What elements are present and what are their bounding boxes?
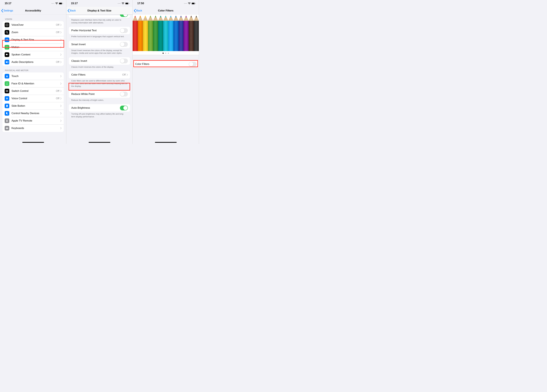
svg-rect-21 [6, 127, 8, 129]
status-bar: 15:17 •••• [66, 0, 132, 7]
audio-descriptions-icon [5, 60, 9, 64]
row-label: Spoken Content [12, 53, 60, 56]
pencil [189, 15, 194, 51]
content-scroll[interactable]: VISION VoiceOver Off Zoom Off AA Display… [0, 14, 66, 144]
row-voiceover[interactable]: VoiceOver Off [2, 21, 64, 29]
back-button[interactable]: Settings [0, 9, 13, 12]
back-button[interactable]: Back [66, 9, 76, 12]
row-control-nearby[interactable]: Control Nearby Devices [2, 110, 64, 117]
row-audio-descriptions[interactable]: Audio Descriptions Off [2, 58, 64, 66]
pencil-preview-carousel[interactable] [133, 15, 199, 51]
row-classic-invert[interactable]: Classic Invert [69, 57, 130, 65]
chevron-left-icon [134, 9, 136, 12]
toggle-auto-brightness[interactable] [120, 106, 128, 110]
page-dot-2[interactable] [165, 53, 166, 54]
row-zoom[interactable]: Zoom Off [2, 29, 64, 36]
row-color-filters[interactable]: Color Filters Off [69, 71, 130, 79]
svg-rect-1 [59, 3, 62, 4]
svg-rect-26 [6, 128, 7, 129]
svg-rect-17 [8, 105, 8, 106]
row-keyboards[interactable]: Keyboards [2, 125, 64, 132]
row-value: Off [56, 23, 59, 27]
toggle-classic-invert[interactable] [120, 59, 128, 63]
page-indicator[interactable] [133, 51, 199, 55]
motion-icon [5, 45, 9, 50]
page-title: Display & Text Size [66, 9, 132, 12]
face-id-icon [5, 81, 9, 86]
section-header-vision: VISION [0, 14, 66, 21]
toggle-smart-invert[interactable] [120, 42, 128, 47]
chevron-right-icon [60, 112, 62, 114]
toggle-color-filters[interactable] [189, 62, 197, 66]
pencil [133, 15, 138, 51]
footer-color-filters: Color filters can be used to differentia… [66, 79, 132, 88]
content-scroll[interactable]: Color Filters [133, 14, 199, 144]
clipped-row-differentiate[interactable] [69, 15, 130, 18]
toggle-reduce-white[interactable] [120, 92, 128, 96]
home-indicator[interactable] [89, 142, 110, 143]
row-spoken-content[interactable]: Spoken Content [2, 51, 64, 58]
row-label: Voice Control [12, 97, 56, 100]
row-smart-invert[interactable]: Smart Invert [69, 41, 130, 48]
page-dot-3[interactable] [168, 53, 169, 54]
row-display-text-size[interactable]: AA Display & Text Size [2, 36, 64, 44]
footer-classic-invert: Classic Invert reverses the colors of th… [66, 65, 132, 68]
row-reduce-white-point[interactable]: Reduce White Point [69, 90, 130, 98]
pencil [158, 15, 163, 51]
row-prefer-horizontal-text[interactable]: Prefer Horizontal Text [69, 27, 130, 34]
row-apple-tv-remote[interactable]: Apple TV Remote [2, 117, 64, 125]
status-time: 15:17 [71, 2, 78, 5]
row-voice-control[interactable]: Voice Control Off [2, 95, 64, 102]
row-label: Zoom [12, 31, 56, 34]
row-auto-brightness[interactable]: Auto-Brightness [69, 104, 130, 112]
cellular-dots-icon: •••• [118, 2, 121, 4]
row-face-id[interactable]: Face ID & Attention [2, 80, 64, 87]
row-label: Smart Invert [71, 43, 120, 46]
voice-control-icon [5, 96, 9, 101]
row-switch-control[interactable]: Switch Control Off [2, 87, 64, 95]
group-auto-brightness: Auto-Brightness [69, 104, 130, 112]
page-dot-1[interactable] [163, 53, 164, 54]
toggle-prefer-horizontal[interactable] [120, 28, 128, 33]
back-label: Back [136, 9, 142, 12]
row-label: Keyboards [12, 127, 60, 130]
row-color-filters-toggle[interactable]: Color Filters [133, 60, 199, 68]
touch-icon [5, 74, 9, 79]
color-filters-screen: 17:50 •••• Back Color Filters Color Filt… [133, 0, 199, 144]
back-label: Back [70, 9, 76, 12]
home-indicator[interactable] [155, 142, 177, 143]
group-smart-invert: Smart Invert [69, 41, 130, 48]
row-side-button[interactable]: Side Button [2, 102, 64, 110]
chevron-right-icon [60, 120, 62, 122]
row-label: Reduce White Point [71, 93, 120, 96]
pencil [143, 15, 148, 51]
back-button[interactable]: Back [133, 9, 142, 12]
svg-rect-13 [7, 90, 8, 91]
svg-rect-14 [6, 91, 7, 92]
svg-rect-31 [192, 3, 194, 4]
accessibility-settings-screen: 15:17 •••• Settings Accessibility VISION… [0, 0, 66, 144]
home-indicator[interactable] [22, 142, 44, 143]
content-scroll[interactable]: Replaces user interface items that rely … [66, 14, 132, 144]
pencil [163, 15, 168, 51]
row-label: Display & Text Size [12, 38, 60, 41]
row-touch[interactable]: Touch [2, 73, 64, 80]
footer-smart-invert: Smart Invert reverses the colors of the … [66, 48, 132, 54]
chevron-right-icon [60, 127, 62, 129]
row-label: Prefer Horizontal Text [71, 29, 120, 32]
svg-point-4 [7, 25, 7, 25]
chevron-left-icon [1, 9, 3, 12]
svg-point-10 [7, 83, 7, 84]
pencil [173, 15, 178, 51]
spoken-content-icon [5, 52, 9, 57]
battery-icon [125, 2, 129, 5]
battery-icon [191, 2, 196, 5]
svg-rect-8 [6, 54, 7, 55]
status-bar: 15:17 •••• [0, 0, 66, 7]
svg-rect-28 [125, 3, 128, 4]
pencil [148, 15, 153, 51]
row-motion[interactable]: Motion [2, 44, 64, 51]
svg-rect-18 [6, 112, 7, 114]
chevron-right-icon [60, 39, 62, 41]
toggle-differentiate[interactable] [120, 14, 128, 17]
